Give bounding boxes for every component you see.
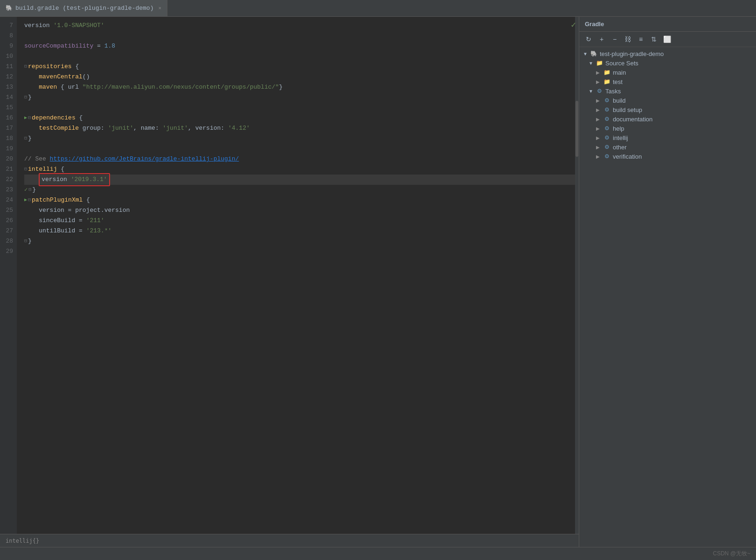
sort-button[interactable]: ⇅: [648, 34, 659, 45]
code-line-7: version '1.0-SNAPSHOT': [24, 21, 575, 31]
intellij-icon: ⚙: [603, 134, 611, 141]
other-icon: ⚙: [603, 143, 611, 151]
build-icon: ⚙: [603, 97, 611, 104]
tab-close-button[interactable]: ×: [158, 6, 161, 11]
main-label: main: [613, 69, 626, 76]
fold-icon-16[interactable]: ⊟: [28, 113, 31, 123]
code-line-15: [24, 103, 575, 113]
fold-icon-23[interactable]: ⊟: [28, 185, 31, 195]
run-icon-16[interactable]: ▶: [24, 113, 27, 123]
code-line-29: [24, 246, 575, 257]
source-sets-folder-icon: 📁: [595, 59, 603, 67]
expand-button[interactable]: ⬜: [661, 34, 673, 45]
code-line-23: ✓⊟}: [24, 185, 575, 195]
link-button[interactable]: ⛓: [622, 34, 633, 45]
editor-tab[interactable]: 🐘 build.gradle (test-plugin-gradle-demo)…: [0, 0, 167, 16]
intellij-arrow: ▶: [596, 135, 603, 140]
other-arrow: ▶: [596, 145, 603, 150]
bottom-bar: CSDN @无牧~: [0, 547, 756, 560]
root-arrow: ▼: [583, 51, 590, 56]
code-line-17: testCompile group: 'junit', name: 'junit…: [24, 123, 575, 133]
test-arrow: ▶: [596, 79, 603, 84]
fold-icon-18[interactable]: ⊟: [24, 133, 27, 144]
test-folder-icon: 📁: [603, 78, 611, 85]
tree-tasks[interactable]: ▼ ⚙ Tasks: [579, 86, 756, 96]
gradle-icon: 🐘: [6, 5, 13, 12]
code-line-18: ⊟}: [24, 133, 575, 144]
main-folder-icon: 📁: [603, 69, 611, 76]
documentation-label: documentation: [613, 116, 652, 123]
build-arrow: ▶: [596, 98, 603, 103]
tree-help[interactable]: ▶ ⚙ help: [579, 124, 756, 133]
main-area: ✓ 7 8 9 10 11 12 13 14 15 16 17 18 19 20…: [0, 17, 756, 547]
code-line-11: ⊟repositories {: [24, 62, 575, 72]
tab-bar: 🐘 build.gradle (test-plugin-gradle-demo)…: [0, 0, 756, 17]
fold-icon-28[interactable]: ⊟: [24, 236, 27, 246]
add-button[interactable]: +: [596, 34, 607, 45]
code-line-14: ⊟}: [24, 92, 575, 103]
help-label: help: [613, 125, 624, 132]
gradle-tree[interactable]: ▼ 🐘 test-plugin-gradle-demo ▼ 📁 Source S…: [579, 47, 756, 547]
scrollbar-thumb[interactable]: [576, 101, 578, 157]
tree-verification[interactable]: ▶ ⚙ verification: [579, 152, 756, 161]
verification-icon: ⚙: [603, 153, 611, 160]
documentation-icon: ⚙: [603, 115, 611, 123]
highlighted-version: version '2019.3.1': [39, 173, 110, 186]
editor-checkmark: ✓: [571, 20, 576, 30]
list-button[interactable]: ≡: [635, 34, 646, 45]
fold-icon-14[interactable]: ⊟: [24, 92, 27, 103]
project-icon: 🐘: [590, 50, 598, 57]
editor-status-bar: intellij{}: [0, 534, 579, 547]
panel-toolbar: ↻ + − ⛓ ≡ ⇅ ⬜: [579, 32, 756, 47]
code-line-9: sourceCompatibility = 1.8: [24, 41, 575, 51]
tree-other[interactable]: ▶ ⚙ other: [579, 142, 756, 152]
root-label: test-plugin-gradle-demo: [600, 50, 664, 57]
code-line-16: ▶⊟dependencies {: [24, 113, 575, 123]
help-icon: ⚙: [603, 125, 611, 132]
tasks-label: Tasks: [605, 88, 621, 95]
code-line-28: ⊟}: [24, 236, 575, 246]
fold-icon-21[interactable]: ⊟: [24, 164, 27, 175]
code-line-24: ▶⊟patchPluginXml {: [24, 195, 575, 205]
tree-test[interactable]: ▶ 📁 test: [579, 77, 756, 86]
tasks-icon: ⚙: [595, 87, 603, 95]
editor-pane: ✓ 7 8 9 10 11 12 13 14 15 16 17 18 19 20…: [0, 17, 579, 547]
tree-intellij[interactable]: ▶ ⚙ intellij: [579, 133, 756, 142]
checkmark-23: ✓: [24, 185, 28, 195]
tree-build[interactable]: ▶ ⚙ build: [579, 96, 756, 105]
tree-build-setup[interactable]: ▶ ⚙ build setup: [579, 105, 756, 114]
build-setup-icon: ⚙: [603, 106, 611, 113]
tree-documentation[interactable]: ▶ ⚙ documentation: [579, 114, 756, 124]
source-sets-arrow: ▼: [589, 61, 595, 66]
code-line-26: sinceBuild = '211': [24, 216, 575, 226]
tree-root[interactable]: ▼ 🐘 test-plugin-gradle-demo: [579, 49, 756, 58]
panel-header: Gradle: [579, 17, 756, 32]
code-area[interactable]: version '1.0-SNAPSHOT' sourceCompatibili…: [17, 17, 575, 534]
fold-icon-24[interactable]: ⊟: [28, 195, 31, 205]
code-line-12: mavenCentral(): [24, 72, 575, 82]
line-numbers: 7 8 9 10 11 12 13 14 15 16 17 18 19 20 2…: [0, 17, 17, 534]
documentation-arrow: ▶: [596, 117, 603, 122]
remove-button[interactable]: −: [609, 34, 620, 45]
code-line-27: untilBuild = '213.*': [24, 226, 575, 236]
test-label: test: [613, 78, 623, 85]
panel-title: Gradle: [585, 21, 604, 28]
build-setup-label: build setup: [613, 106, 642, 113]
fold-icon-11[interactable]: ⊟: [24, 62, 27, 72]
code-line-10: [24, 51, 575, 62]
gradle-panel: Gradle ↻ + − ⛓ ≡ ⇅ ⬜ ▼ 🐘 test-plugin-gra…: [579, 17, 756, 547]
editor-content: 7 8 9 10 11 12 13 14 15 16 17 18 19 20 2…: [0, 17, 579, 534]
code-line-22: version '2019.3.1': [24, 175, 575, 185]
verification-label: verification: [613, 153, 642, 160]
tree-source-sets[interactable]: ▼ 📁 Source Sets: [579, 58, 756, 68]
build-setup-arrow: ▶: [596, 107, 603, 112]
tree-main[interactable]: ▶ 📁 main: [579, 68, 756, 77]
run-icon-24[interactable]: ▶: [24, 195, 27, 205]
refresh-button[interactable]: ↻: [583, 34, 594, 45]
source-sets-label: Source Sets: [605, 60, 638, 67]
code-line-13: maven { url "http://maven.aliyun.com/nex…: [24, 82, 575, 92]
tab-label: build.gradle (test-plugin-gradle-demo): [15, 5, 153, 12]
code-line-25: version = project.version: [24, 205, 575, 216]
code-line-8: [24, 31, 575, 41]
editor-scrollbar[interactable]: [575, 17, 579, 534]
